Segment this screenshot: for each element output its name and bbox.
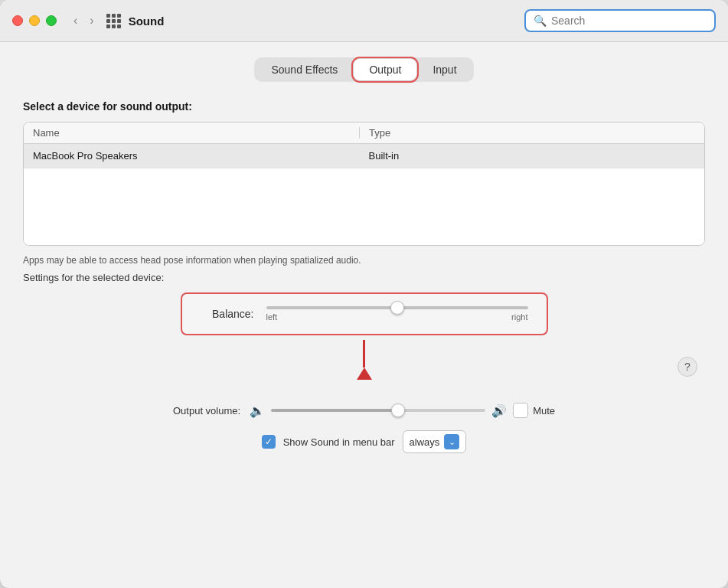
bottom-controls: ? Output volume: 🔈 🔊 Mute ✓ Show Sound i… xyxy=(23,403,705,453)
close-button[interactable] xyxy=(12,15,23,26)
output-volume-label: Output volume: xyxy=(173,405,240,416)
device-section-heading: Select a device for sound output: xyxy=(23,100,705,113)
forward-button[interactable]: › xyxy=(85,12,98,29)
annotation-arrow-line xyxy=(363,340,365,368)
table-empty-space xyxy=(24,168,704,245)
tabs: Sound Effects Output Input xyxy=(254,57,473,82)
mute-checkbox[interactable] xyxy=(513,403,528,418)
search-icon: 🔍 xyxy=(534,15,547,27)
main-window: ‹ › Sound 🔍 Sound Effects Output Input S… xyxy=(0,0,728,588)
volume-low-icon: 🔈 xyxy=(250,403,265,418)
show-sound-checkbox[interactable]: ✓ xyxy=(262,435,276,449)
traffic-lights xyxy=(12,15,57,26)
tab-sound-effects[interactable]: Sound Effects xyxy=(256,59,353,80)
settings-for-device-label: Settings for the selected device: xyxy=(23,272,705,283)
back-button[interactable]: ‹ xyxy=(69,12,82,29)
balance-slider[interactable] xyxy=(266,306,528,309)
balance-row: Balance: left right xyxy=(201,306,528,322)
mute-wrap: Mute xyxy=(513,403,555,418)
notice-text: Apps may be able to access head pose inf… xyxy=(23,255,705,266)
chevron-down-icon: ⌄ xyxy=(444,434,459,449)
output-volume-slider[interactable] xyxy=(271,409,485,412)
device-name: MacBook Pro Speakers xyxy=(33,150,360,162)
maximize-button[interactable] xyxy=(46,15,57,26)
show-sound-row: ✓ Show Sound in menu bar always ⌄ xyxy=(23,430,705,453)
search-bar[interactable]: 🔍 xyxy=(524,9,716,32)
volume-high-icon: 🔊 xyxy=(491,403,507,418)
window-title: Sound xyxy=(129,15,165,28)
titlebar: ‹ › Sound 🔍 xyxy=(0,0,728,42)
grid-icon[interactable] xyxy=(106,14,121,28)
balance-label: Balance: xyxy=(201,308,254,320)
nav-buttons: ‹ › xyxy=(69,12,99,29)
balance-left-label: left xyxy=(266,312,278,322)
tab-input[interactable]: Input xyxy=(417,59,472,80)
checkmark-icon: ✓ xyxy=(265,436,273,447)
dropdown-value: always xyxy=(410,436,440,448)
balance-right-label: right xyxy=(511,312,527,322)
annotation-arrow-head xyxy=(357,368,372,380)
search-input[interactable] xyxy=(551,15,707,27)
tab-output[interactable]: Output xyxy=(354,59,416,80)
balance-ticks: left right xyxy=(266,312,528,322)
annotation-arrow-wrap xyxy=(23,348,705,380)
table-header: Name Type xyxy=(24,122,704,144)
device-table: Name Type MacBook Pro Speakers Built-in xyxy=(23,122,705,246)
always-dropdown[interactable]: always ⌄ xyxy=(403,430,467,453)
minimize-button[interactable] xyxy=(29,15,40,26)
balance-slider-wrap: left right xyxy=(266,306,528,322)
col-type-header: Type xyxy=(359,127,695,139)
mute-label: Mute xyxy=(533,405,555,416)
tabs-container: Sound Effects Output Input xyxy=(23,57,705,82)
show-sound-label: Show Sound in menu bar xyxy=(283,436,395,448)
volume-row: Output volume: 🔈 🔊 Mute xyxy=(23,403,705,418)
help-button[interactable]: ? xyxy=(677,357,697,377)
device-type: Built-in xyxy=(360,150,696,162)
balance-box: Balance: left right xyxy=(181,292,548,335)
col-name-header: Name xyxy=(33,127,359,139)
content-area: Sound Effects Output Input Select a devi… xyxy=(0,42,728,588)
table-row[interactable]: MacBook Pro Speakers Built-in xyxy=(24,144,704,168)
